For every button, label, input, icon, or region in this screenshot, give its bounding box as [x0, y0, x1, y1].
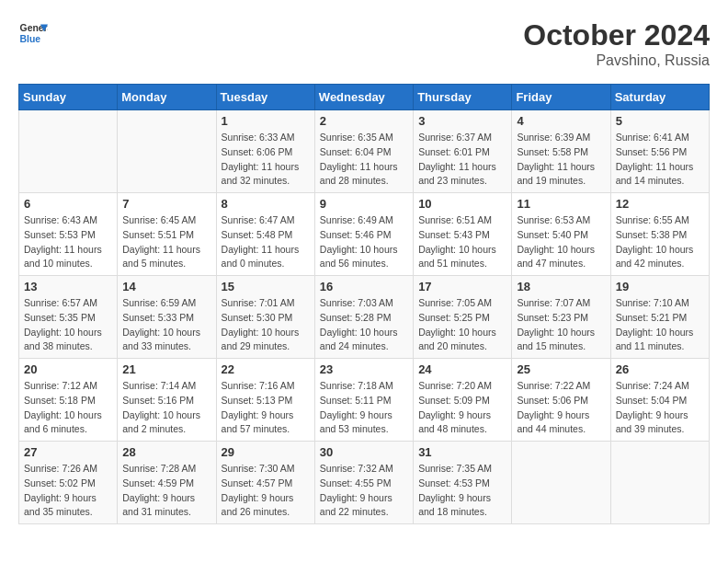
day-info: Sunrise: 6:35 AM Sunset: 6:04 PM Dayligh…	[320, 131, 408, 189]
day-number: 25	[517, 362, 605, 376]
day-info: Sunrise: 7:10 AM Sunset: 5:21 PM Dayligh…	[616, 296, 704, 354]
day-info: Sunrise: 6:47 AM Sunset: 5:48 PM Dayligh…	[222, 213, 310, 271]
month-title: October 2024	[523, 18, 710, 52]
day-number: 1	[222, 114, 310, 128]
day-info: Sunrise: 7:26 AM Sunset: 5:02 PM Dayligh…	[24, 462, 112, 520]
calendar-cell: 2Sunrise: 6:35 AM Sunset: 6:04 PM Daylig…	[314, 110, 413, 193]
week-row-1: 1Sunrise: 6:33 AM Sunset: 6:06 PM Daylig…	[19, 110, 710, 193]
calendar-cell: 7Sunrise: 6:45 AM Sunset: 5:51 PM Daylig…	[118, 193, 216, 276]
day-info: Sunrise: 6:37 AM Sunset: 6:01 PM Dayligh…	[418, 131, 506, 189]
day-info: Sunrise: 7:20 AM Sunset: 5:09 PM Dayligh…	[418, 379, 506, 437]
week-row-4: 20Sunrise: 7:12 AM Sunset: 5:18 PM Dayli…	[19, 359, 710, 442]
header-row: SundayMondayTuesdayWednesdayThursdayFrid…	[19, 85, 710, 110]
calendar-cell: 1Sunrise: 6:33 AM Sunset: 6:06 PM Daylig…	[216, 110, 314, 193]
day-header-sunday: Sunday	[19, 85, 118, 110]
calendar-cell: 26Sunrise: 7:24 AM Sunset: 5:04 PM Dayli…	[610, 359, 709, 442]
calendar-cell: 16Sunrise: 7:03 AM Sunset: 5:28 PM Dayli…	[314, 276, 413, 359]
day-number: 24	[418, 362, 506, 376]
week-row-3: 13Sunrise: 6:57 AM Sunset: 5:35 PM Dayli…	[19, 276, 710, 359]
day-number: 13	[24, 280, 112, 293]
day-number: 16	[320, 280, 408, 293]
calendar-cell	[512, 442, 610, 524]
day-number: 20	[24, 362, 112, 376]
day-number: 15	[222, 280, 310, 293]
day-info: Sunrise: 6:43 AM Sunset: 5:53 PM Dayligh…	[24, 213, 112, 271]
calendar-cell	[19, 110, 118, 193]
calendar-cell: 28Sunrise: 7:28 AM Sunset: 4:59 PM Dayli…	[118, 442, 216, 524]
calendar-cell: 27Sunrise: 7:26 AM Sunset: 5:02 PM Dayli…	[19, 442, 118, 524]
day-number: 29	[222, 445, 310, 459]
calendar-cell: 6Sunrise: 6:43 AM Sunset: 5:53 PM Daylig…	[19, 193, 118, 276]
day-info: Sunrise: 7:24 AM Sunset: 5:04 PM Dayligh…	[616, 379, 704, 437]
day-number: 7	[122, 197, 210, 211]
day-number: 30	[320, 445, 408, 459]
calendar-cell: 22Sunrise: 7:16 AM Sunset: 5:13 PM Dayli…	[216, 359, 314, 442]
calendar-cell: 15Sunrise: 7:01 AM Sunset: 5:30 PM Dayli…	[216, 276, 314, 359]
day-info: Sunrise: 7:03 AM Sunset: 5:28 PM Dayligh…	[320, 296, 408, 354]
day-info: Sunrise: 7:35 AM Sunset: 4:53 PM Dayligh…	[418, 462, 506, 520]
day-info: Sunrise: 6:55 AM Sunset: 5:38 PM Dayligh…	[616, 213, 704, 271]
day-info: Sunrise: 7:12 AM Sunset: 5:18 PM Dayligh…	[24, 379, 112, 437]
calendar-cell: 17Sunrise: 7:05 AM Sunset: 5:25 PM Dayli…	[414, 276, 512, 359]
calendar-cell: 18Sunrise: 7:07 AM Sunset: 5:23 PM Dayli…	[512, 276, 610, 359]
day-info: Sunrise: 7:30 AM Sunset: 4:57 PM Dayligh…	[222, 462, 310, 520]
day-info: Sunrise: 6:33 AM Sunset: 6:06 PM Dayligh…	[222, 131, 310, 189]
day-number: 9	[320, 197, 408, 211]
day-header-monday: Monday	[118, 85, 216, 110]
day-info: Sunrise: 6:49 AM Sunset: 5:46 PM Dayligh…	[320, 213, 408, 271]
day-number: 19	[616, 280, 704, 293]
calendar-cell: 20Sunrise: 7:12 AM Sunset: 5:18 PM Dayli…	[19, 359, 118, 442]
svg-text:Blue: Blue	[20, 34, 41, 44]
day-number: 5	[616, 114, 704, 128]
week-row-5: 27Sunrise: 7:26 AM Sunset: 5:02 PM Dayli…	[19, 442, 710, 524]
title-block: October 2024 Pavshino, Russia	[523, 18, 710, 69]
calendar-cell: 11Sunrise: 6:53 AM Sunset: 5:40 PM Dayli…	[512, 193, 610, 276]
day-info: Sunrise: 7:16 AM Sunset: 5:13 PM Dayligh…	[222, 379, 310, 437]
day-info: Sunrise: 7:07 AM Sunset: 5:23 PM Dayligh…	[517, 296, 605, 354]
calendar-cell: 19Sunrise: 7:10 AM Sunset: 5:21 PM Dayli…	[610, 276, 709, 359]
day-info: Sunrise: 7:14 AM Sunset: 5:16 PM Dayligh…	[122, 379, 210, 437]
day-info: Sunrise: 6:39 AM Sunset: 5:58 PM Dayligh…	[517, 131, 605, 189]
calendar-cell: 24Sunrise: 7:20 AM Sunset: 5:09 PM Dayli…	[414, 359, 512, 442]
calendar-cell	[610, 442, 709, 524]
calendar-cell: 5Sunrise: 6:41 AM Sunset: 5:56 PM Daylig…	[610, 110, 709, 193]
day-header-tuesday: Tuesday	[216, 85, 314, 110]
day-info: Sunrise: 6:51 AM Sunset: 5:43 PM Dayligh…	[418, 213, 506, 271]
calendar-table: SundayMondayTuesdayWednesdayThursdayFrid…	[18, 84, 710, 524]
day-number: 8	[222, 197, 310, 211]
page-header: General Blue October 2024 Pavshino, Russ…	[18, 18, 710, 69]
day-info: Sunrise: 7:28 AM Sunset: 4:59 PM Dayligh…	[122, 462, 210, 520]
calendar-cell: 4Sunrise: 6:39 AM Sunset: 5:58 PM Daylig…	[512, 110, 610, 193]
calendar-cell: 13Sunrise: 6:57 AM Sunset: 5:35 PM Dayli…	[19, 276, 118, 359]
calendar-cell: 3Sunrise: 6:37 AM Sunset: 6:01 PM Daylig…	[414, 110, 512, 193]
day-number: 21	[122, 362, 210, 376]
day-info: Sunrise: 6:53 AM Sunset: 5:40 PM Dayligh…	[517, 213, 605, 271]
logo: General Blue	[18, 18, 48, 48]
location: Pavshino, Russia	[523, 52, 710, 69]
day-info: Sunrise: 6:45 AM Sunset: 5:51 PM Dayligh…	[122, 213, 210, 271]
calendar-cell: 30Sunrise: 7:32 AM Sunset: 4:55 PM Dayli…	[314, 442, 413, 524]
day-number: 31	[418, 445, 506, 459]
day-header-thursday: Thursday	[414, 85, 512, 110]
day-number: 3	[418, 114, 506, 128]
day-info: Sunrise: 7:22 AM Sunset: 5:06 PM Dayligh…	[517, 379, 605, 437]
day-number: 22	[222, 362, 310, 376]
calendar-cell: 12Sunrise: 6:55 AM Sunset: 5:38 PM Dayli…	[610, 193, 709, 276]
calendar-cell	[118, 110, 216, 193]
day-number: 17	[418, 280, 506, 293]
day-info: Sunrise: 7:18 AM Sunset: 5:11 PM Dayligh…	[320, 379, 408, 437]
day-header-saturday: Saturday	[610, 85, 709, 110]
day-info: Sunrise: 7:01 AM Sunset: 5:30 PM Dayligh…	[222, 296, 310, 354]
day-number: 6	[24, 197, 112, 211]
calendar-cell: 9Sunrise: 6:49 AM Sunset: 5:46 PM Daylig…	[314, 193, 413, 276]
logo-icon: General Blue	[18, 18, 48, 48]
day-number: 14	[122, 280, 210, 293]
day-number: 10	[418, 197, 506, 211]
calendar-cell: 14Sunrise: 6:59 AM Sunset: 5:33 PM Dayli…	[118, 276, 216, 359]
day-header-wednesday: Wednesday	[314, 85, 413, 110]
day-number: 2	[320, 114, 408, 128]
day-info: Sunrise: 7:32 AM Sunset: 4:55 PM Dayligh…	[320, 462, 408, 520]
day-header-friday: Friday	[512, 85, 610, 110]
day-info: Sunrise: 7:05 AM Sunset: 5:25 PM Dayligh…	[418, 296, 506, 354]
day-number: 4	[517, 114, 605, 128]
